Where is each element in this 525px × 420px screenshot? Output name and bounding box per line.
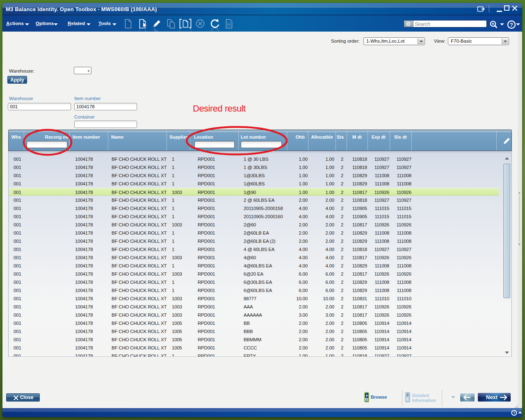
svg-text:?: ? [510, 22, 513, 28]
